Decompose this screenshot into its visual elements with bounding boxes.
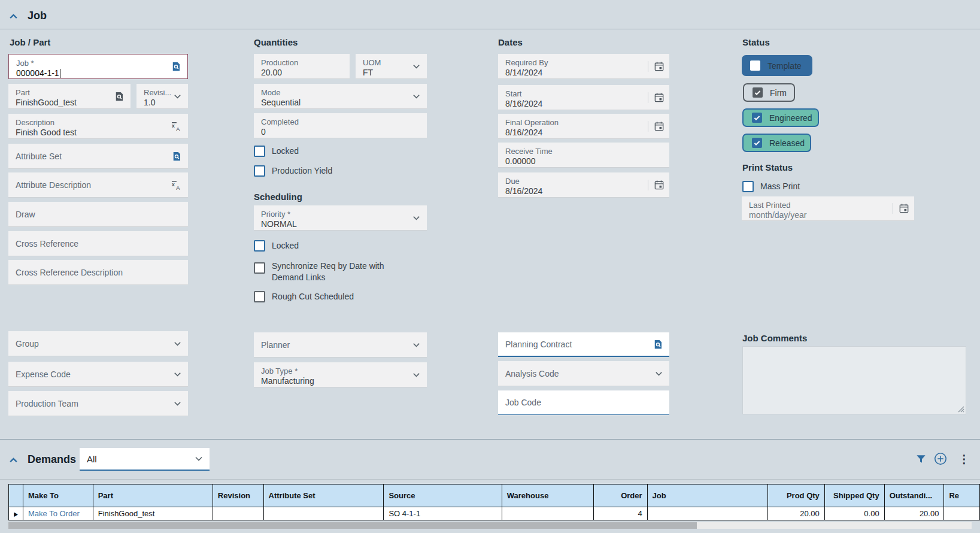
released-toggle[interactable]: Released (742, 134, 811, 152)
receive-time-label: Receive Time (505, 147, 553, 156)
production-team-dropdown[interactable]: Production Team (8, 391, 188, 416)
planning-contract-field[interactable]: Planning Contract (498, 332, 669, 357)
job-section-collapse-icon[interactable] (8, 11, 19, 22)
sync-req-checkbox[interactable] (254, 262, 265, 274)
row-selector-cell[interactable]: ▶ (9, 507, 23, 520)
cell-attribute-set[interactable] (263, 507, 384, 520)
job-label: Job * (16, 59, 34, 68)
horizontal-scrollbar[interactable] (8, 522, 972, 529)
start-calendar-icon[interactable] (648, 92, 665, 103)
completed-field[interactable]: Completed 0 (254, 113, 427, 138)
make-to-order-link[interactable]: Make To Order (28, 509, 80, 518)
col-revision[interactable]: Revision (213, 484, 263, 507)
horizontal-scrollbar-thumb[interactable] (8, 522, 697, 529)
scheduling-locked-checkbox[interactable] (254, 240, 265, 252)
demands-filter-dropdown[interactable]: All (80, 448, 210, 471)
job-detail-page: Job Job / Part Quantities Dates Status J… (0, 0, 980, 533)
start-field[interactable]: Start 8/16/2024 (498, 85, 669, 110)
attribute-set-field[interactable]: Attribute Set (8, 144, 188, 169)
col-warehouse[interactable]: Warehouse (502, 484, 594, 507)
part-search-icon[interactable] (114, 91, 125, 102)
col-source[interactable]: Source (384, 484, 502, 507)
firm-checkbox[interactable] (753, 87, 763, 98)
template-checkbox[interactable] (750, 60, 760, 71)
locked-checkbox[interactable] (254, 146, 265, 157)
last-printed-calendar-icon[interactable] (893, 203, 909, 214)
col-shipped-qty[interactable]: Shipped Qty (824, 484, 884, 507)
due-calendar-icon[interactable] (648, 180, 665, 190)
job-type-dropdown[interactable]: Job Type * Manufacturing (254, 362, 427, 387)
template-label: Template (767, 61, 802, 71)
firm-toggle[interactable]: Firm (743, 83, 795, 102)
scheduling-locked-checkbox-row[interactable]: Locked (254, 240, 299, 252)
cell-shipped-qty[interactable]: 0.00 (824, 507, 884, 520)
revision-field[interactable]: Revisi... 1.0 (136, 84, 188, 109)
filter-icon[interactable] (915, 453, 927, 465)
resize-handle-icon[interactable] (957, 405, 964, 413)
cell-revision[interactable] (213, 507, 263, 520)
col-attribute-set[interactable]: Attribute Set (263, 484, 384, 507)
uom-dropdown[interactable]: UOM FT (356, 54, 427, 79)
cell-outstanding[interactable]: 20.00 (884, 507, 944, 520)
planner-dropdown[interactable]: Planner (254, 332, 427, 358)
col-remaining[interactable]: Re (944, 484, 980, 507)
job-search-icon[interactable] (171, 61, 181, 72)
draw-field[interactable]: Draw (8, 202, 188, 227)
cell-prod-qty[interactable]: 20.00 (768, 507, 825, 520)
expense-code-dropdown[interactable]: Expense Code (8, 362, 188, 387)
demands-collapse-icon[interactable] (8, 455, 19, 465)
col-job[interactable]: Job (647, 484, 768, 507)
analysis-code-dropdown[interactable]: Analysis Code (498, 361, 669, 386)
description-translate-icon[interactable] (171, 120, 182, 132)
priority-dropdown[interactable]: Priority * NORMAL (254, 205, 427, 231)
last-printed-field[interactable]: Last Printed month/day/year (742, 196, 914, 221)
job-code-field[interactable]: Job Code (498, 390, 669, 415)
cross-reference-description-field[interactable]: Cross Reference Description (8, 260, 188, 285)
cell-job[interactable] (647, 507, 768, 520)
final-operation-calendar-icon[interactable] (648, 121, 665, 132)
sync-req-checkbox-row[interactable]: Synchronize Req by Date with Demand Link… (254, 262, 409, 283)
template-toggle[interactable]: Template (742, 55, 812, 76)
job-field[interactable]: Job * 000004-1-1 (8, 54, 188, 79)
rough-cut-checkbox-row[interactable]: Rough Cut Scheduled (254, 291, 354, 302)
job-comments-textarea[interactable] (742, 346, 966, 414)
mass-print-checkbox[interactable] (742, 181, 754, 192)
cross-reference-field[interactable]: Cross Reference (8, 231, 188, 256)
attribute-description-translate-icon[interactable] (171, 179, 182, 190)
add-demand-icon[interactable] (934, 452, 947, 465)
due-field[interactable]: Due 8/16/2024 (498, 172, 669, 198)
rough-cut-checkbox[interactable] (254, 291, 265, 302)
planning-contract-search-icon[interactable] (653, 339, 663, 350)
locked-checkbox-row[interactable]: Locked (254, 146, 299, 157)
engineered-toggle[interactable]: Engineered (742, 108, 819, 127)
cell-part[interactable]: FinishGood_test (93, 507, 213, 520)
engineered-checkbox[interactable] (752, 113, 762, 123)
col-outstanding[interactable]: Outstandi... (884, 484, 944, 507)
cell-order[interactable]: 4 (594, 507, 647, 520)
final-operation-field[interactable]: Final Operation 8/16/2024 (498, 114, 669, 139)
col-part[interactable]: Part (93, 484, 213, 507)
part-field[interactable]: Part FinishGood_test (8, 84, 131, 109)
more-options-icon[interactable]: ⋮ (958, 452, 970, 466)
mode-dropdown[interactable]: Mode Sequential (254, 84, 427, 109)
col-order[interactable]: Order (594, 484, 647, 507)
required-by-calendar-icon[interactable] (648, 61, 665, 72)
col-prod-qty[interactable]: Prod Qty (768, 484, 825, 507)
group-dropdown[interactable]: Group (8, 331, 188, 356)
description-field[interactable]: Description Finish Good test (8, 114, 188, 139)
receive-time-field[interactable]: Receive Time 0.00000 (498, 143, 669, 168)
attribute-description-field[interactable]: Attribute Description (8, 172, 188, 198)
mass-print-checkbox-row[interactable]: Mass Print (742, 181, 800, 192)
cell-warehouse[interactable] (502, 507, 594, 520)
production-field[interactable]: Production 20.00 (254, 54, 350, 79)
production-yield-checkbox-row[interactable]: Production Yield (254, 165, 332, 177)
demands-row[interactable]: ▶ Make To Order FinishGood_test SO 4-1-1… (9, 507, 980, 520)
production-yield-checkbox[interactable] (254, 165, 265, 177)
mass-print-label: Mass Print (760, 181, 800, 191)
cell-remaining[interactable] (944, 507, 980, 520)
cell-source[interactable]: SO 4-1-1 (384, 507, 502, 520)
col-make-to[interactable]: Make To (23, 484, 93, 507)
released-checkbox[interactable] (752, 138, 762, 148)
required-by-field[interactable]: Required By 8/14/2024 (498, 54, 669, 79)
attribute-set-search-icon[interactable] (171, 151, 182, 162)
